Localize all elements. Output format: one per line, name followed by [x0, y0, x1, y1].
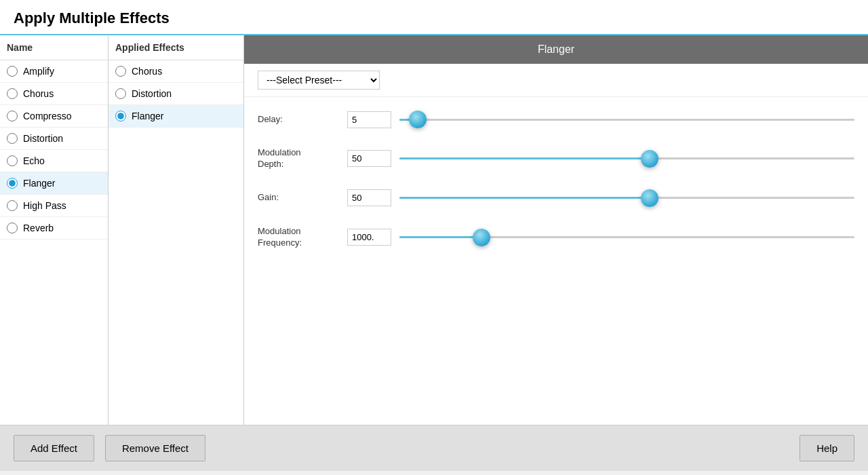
- middle-item-distortion[interactable]: Distortion: [108, 83, 243, 105]
- slider-2[interactable]: [399, 188, 854, 208]
- left-radio-1[interactable]: [7, 88, 18, 99]
- control-label-1: Modulation Depth:: [258, 147, 339, 170]
- right-panel-title: Flanger: [244, 35, 868, 64]
- left-label-1: Chorus: [23, 88, 54, 99]
- control-label-3: Modulation Frequency:: [258, 226, 339, 249]
- middle-radio-1[interactable]: [115, 88, 126, 99]
- slider-fill-3: [399, 236, 481, 238]
- slider-track-2: [399, 197, 854, 199]
- left-radio-5[interactable]: [7, 178, 18, 189]
- middle-items: ChorusDistortionFlanger: [108, 60, 243, 128]
- middle-label-1: Distortion: [132, 88, 172, 99]
- left-radio-6[interactable]: [7, 200, 18, 211]
- middle-panel: Applied Effects ChorusDistortionFlanger: [108, 34, 244, 425]
- control-input-0[interactable]: [347, 111, 391, 128]
- control-label-2: Gain:: [258, 192, 339, 204]
- slider-0[interactable]: [399, 109, 854, 130]
- left-radio-4[interactable]: [7, 155, 18, 166]
- slider-fill-1: [399, 157, 650, 159]
- slider-track-1: [399, 157, 854, 159]
- help-button[interactable]: Help: [800, 435, 854, 461]
- controls-area: Delay:Modulation Depth:Gain:Modulation F…: [244, 97, 868, 425]
- slider-thumb-0[interactable]: [409, 111, 427, 128]
- middle-item-flanger[interactable]: Flanger: [108, 105, 243, 128]
- middle-item-chorus[interactable]: Chorus: [108, 60, 243, 83]
- left-panel: Name AmplifyChorusCompressoDistortionEch…: [0, 34, 108, 425]
- page-title: Apply Multiple Effects: [0, 0, 868, 34]
- slider-thumb-2[interactable]: [641, 189, 658, 207]
- middle-radio-2[interactable]: [115, 111, 126, 121]
- slider-3[interactable]: [399, 227, 854, 248]
- middle-label-0: Chorus: [132, 66, 162, 77]
- slider-track-3: [399, 236, 854, 238]
- left-item-reverb[interactable]: Reverb: [0, 217, 108, 240]
- left-panel-header: Name: [0, 35, 108, 60]
- slider-1[interactable]: [399, 149, 854, 169]
- control-row-1: Modulation Depth:: [258, 142, 854, 176]
- left-label-2: Compresso: [23, 111, 72, 121]
- left-label-6: High Pass: [23, 200, 66, 211]
- left-label-3: Distortion: [23, 133, 63, 144]
- left-item-distortion[interactable]: Distortion: [0, 128, 108, 150]
- control-label-0: Delay:: [258, 114, 339, 126]
- control-row-2: Gain:: [258, 183, 854, 214]
- preset-row: ---Select Preset---: [244, 64, 868, 97]
- left-item-flanger[interactable]: Flanger: [0, 172, 108, 195]
- remove-effect-button[interactable]: Remove Effect: [105, 435, 205, 461]
- control-row-3: Modulation Frequency:: [258, 221, 854, 254]
- left-radio-2[interactable]: [7, 111, 18, 121]
- slider-thumb-1[interactable]: [641, 150, 658, 168]
- right-panel: Flanger ---Select Preset--- Delay:Modula…: [244, 34, 868, 425]
- preset-select[interactable]: ---Select Preset---: [258, 71, 380, 90]
- bottom-bar: Add Effect Remove Effect Help: [0, 425, 868, 471]
- left-item-echo[interactable]: Echo: [0, 150, 108, 172]
- left-radio-3[interactable]: [7, 133, 18, 144]
- left-label-4: Echo: [23, 155, 45, 166]
- control-input-3[interactable]: [347, 229, 391, 246]
- left-label-0: Amplify: [23, 66, 54, 77]
- left-label-5: Flanger: [23, 178, 55, 189]
- left-radio-7[interactable]: [7, 223, 18, 233]
- left-item-amplify[interactable]: Amplify: [0, 60, 108, 83]
- control-row-0: Delay:: [258, 104, 854, 135]
- slider-thumb-3[interactable]: [473, 229, 490, 246]
- middle-label-2: Flanger: [132, 111, 163, 121]
- left-items: AmplifyChorusCompressoDistortionEchoFlan…: [0, 60, 108, 240]
- middle-radio-0[interactable]: [115, 66, 126, 77]
- left-item-chorus[interactable]: Chorus: [0, 83, 108, 105]
- add-effect-button[interactable]: Add Effect: [14, 435, 94, 461]
- control-input-1[interactable]: [347, 150, 391, 167]
- left-label-7: Reverb: [23, 223, 54, 233]
- slider-fill-2: [399, 197, 650, 199]
- middle-panel-header: Applied Effects: [108, 35, 243, 60]
- slider-track-0: [399, 119, 854, 121]
- control-input-2[interactable]: [347, 189, 391, 206]
- left-item-high-pass[interactable]: High Pass: [0, 195, 108, 217]
- left-radio-0[interactable]: [7, 66, 18, 77]
- left-item-compresso[interactable]: Compresso: [0, 105, 108, 128]
